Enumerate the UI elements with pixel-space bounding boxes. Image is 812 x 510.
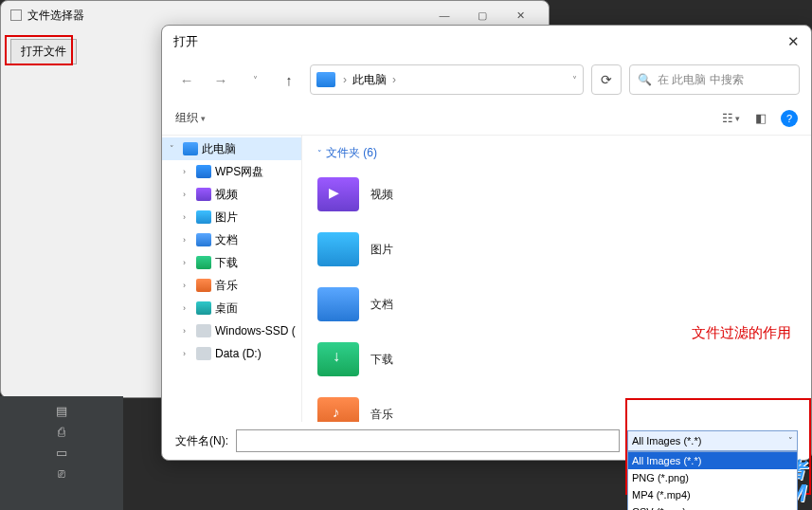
expand-icon[interactable]: › [183,235,192,245]
search-input[interactable]: 🔍 在 此电脑 中搜索 [629,64,800,95]
breadcrumb-separator: › [343,73,347,86]
filename-row: 文件名(N): All Images (*.*) ˅ All Images (*… [162,422,811,460]
sidebar-item-label: WPS网盘 [215,164,263,180]
maximize-button[interactable]: ▢ [463,9,501,22]
folders-grid: 视频 图片 文档 下载 音乐 [317,169,796,422]
sidebar-item-documents[interactable]: › 文档 [162,228,301,251]
expand-icon[interactable]: ˅ [170,144,179,154]
sidebar-item-videos[interactable]: › 视频 [162,183,301,206]
organize-menu[interactable]: 组织▾ [175,110,206,126]
filter-option[interactable]: MP4 (*.mp4) [628,486,797,503]
address-bar[interactable]: › 此电脑 › ˅ [310,64,584,95]
filename-input[interactable] [236,429,620,452]
ide-icon: ▭ [54,446,69,461]
sidebar-item-data-d[interactable]: › Data (D:) [162,342,301,365]
expand-icon[interactable]: › [183,303,192,313]
video-icon [196,188,211,201]
app-icon [10,9,22,21]
up-button[interactable]: ↑ [276,72,302,88]
background-ide-strip: ▤ ⎙ ▭ ⎚ [0,396,123,510]
expand-icon[interactable]: › [183,281,192,290]
sidebar-item-wps[interactable]: › WPS网盘 [162,160,301,183]
close-icon[interactable]: ✕ [787,33,800,50]
pc-icon [183,142,198,155]
open-file-dialog: 打开 ✕ ← → ˅ ↑ › 此电脑 › ˅ ⟳ 🔍 在 此电脑 中搜索 组织▾… [161,25,812,461]
address-row: ← → ˅ ↑ › 此电脑 › ˅ ⟳ 🔍 在 此电脑 中搜索 [162,58,811,101]
folder-pictures[interactable]: 图片 [317,224,545,275]
disk-icon [196,347,211,360]
desktop-icon [196,301,211,315]
filter-option[interactable]: All Images (*.*) [628,452,797,469]
parent-title: 文件选择器 [27,8,84,24]
filter-option[interactable]: CSV (*.csv) [628,503,797,510]
expand-icon[interactable]: › [183,190,192,199]
minimize-button[interactable]: — [425,9,463,21]
history-chevron-icon[interactable]: ˅ [242,75,268,85]
sidebar-item-label: 桌面 [215,301,238,317]
sidebar-item-label: 视频 [215,187,238,203]
preview-pane-button[interactable]: ◧ [750,108,771,129]
sidebar-item-music[interactable]: › 音乐 [162,274,301,297]
folder-videos[interactable]: 视频 [317,169,545,220]
download-icon [196,256,211,269]
breadcrumb-location[interactable]: 此电脑 [352,72,387,88]
sidebar-item-pictures[interactable]: › 图片 [162,206,301,228]
sidebar-item-label: Data (D:) [215,347,262,360]
sidebar-item-desktop[interactable]: › 桌面 [162,297,301,319]
filter-selected[interactable]: All Images (*.*) ˅ [627,430,798,451]
music-folder-icon [317,397,359,422]
refresh-button[interactable]: ⟳ [591,64,622,95]
view-options-button[interactable]: ☷▾ [720,108,741,129]
sidebar-item-label: Windows-SSD ( [215,324,296,337]
toolbar: 组织▾ ☷▾ ◧ ? [162,101,811,136]
dialog-titlebar: 打开 ✕ [162,26,811,58]
dialog-title: 打开 [173,33,198,50]
search-icon: 🔍 [638,73,652,86]
ide-icon: ⎙ [54,425,69,440]
disk-icon [196,324,211,337]
back-button[interactable]: ← [173,72,200,88]
breadcrumb-separator: › [392,73,396,86]
sidebar-item-windows-ssd[interactable]: › Windows-SSD ( [162,319,301,342]
ide-icon: ⎚ [54,466,69,482]
folder-downloads[interactable]: 下载 [317,334,545,385]
section-folders-header[interactable]: ˅ 文件夹 (6) [317,145,796,161]
wps-icon [196,165,211,178]
sidebar-item-label: 文档 [215,232,238,248]
pc-icon [316,72,335,87]
expand-icon[interactable]: › [183,349,192,358]
download-folder-icon [317,342,359,376]
sidebar-item-label: 此电脑 [202,141,236,157]
folder-documents[interactable]: 文档 [317,279,545,330]
filename-label: 文件名(N): [175,433,228,449]
sidebar-item-label: 图片 [215,209,238,226]
document-folder-icon [317,287,359,321]
sidebar-item-downloads[interactable]: › 下载 [162,251,301,274]
music-icon [196,279,211,292]
file-type-filter[interactable]: All Images (*.*) ˅ All Images (*.*) PNG … [627,430,798,451]
expand-icon[interactable]: › [183,258,192,267]
chevron-down-icon: ˅ [317,149,322,158]
annotation-text: 文件过滤的作用 [692,324,791,342]
filter-dropdown: All Images (*.*) PNG (*.png) MP4 (*.mp4)… [627,451,798,510]
sidebar-tree: ˅ 此电脑 › WPS网盘 › 视频 › 图片 › 文 [162,136,302,422]
picture-icon [196,210,211,224]
chevron-down-icon: ˅ [788,436,793,446]
search-placeholder: 在 此电脑 中搜索 [658,72,744,88]
folder-music[interactable]: 音乐 [317,389,545,422]
forward-button[interactable]: → [208,72,234,88]
filter-option[interactable]: PNG (*.png) [628,469,797,486]
sidebar-item-this-pc[interactable]: ˅ 此电脑 [162,137,301,160]
expand-icon[interactable]: › [183,212,192,222]
open-file-button[interactable]: 打开文件 [10,39,77,64]
help-button[interactable]: ? [781,110,798,127]
close-button[interactable]: ✕ [501,9,539,22]
content-area: ˅ 文件夹 (6) 视频 图片 文档 下载 [302,136,811,422]
picture-folder-icon [317,232,359,266]
expand-icon[interactable]: › [183,326,192,336]
address-chevron-icon[interactable]: ˅ [572,75,577,85]
ide-icon: ▤ [54,404,69,419]
sidebar-item-label: 音乐 [215,278,238,294]
expand-icon[interactable]: › [183,167,192,176]
video-folder-icon [317,177,359,211]
